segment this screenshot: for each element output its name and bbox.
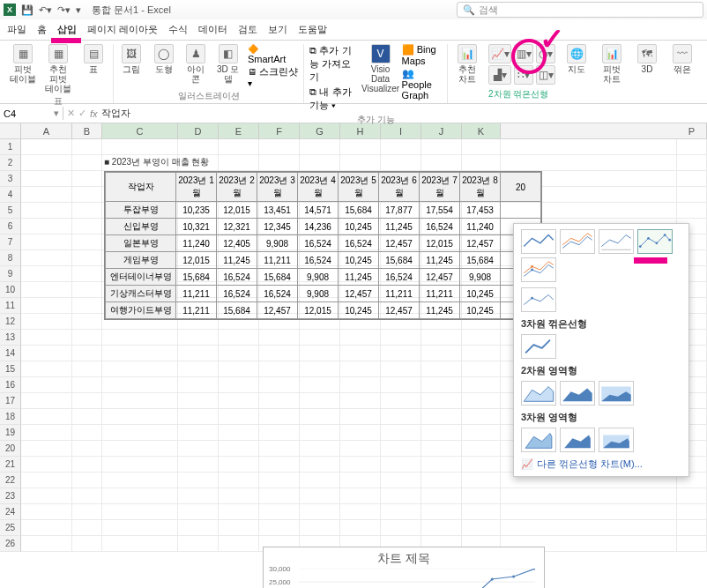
scatter-chart-dropdown[interactable]: ∷▾	[514, 65, 533, 85]
undo-icon[interactable]: ↶▾	[39, 4, 52, 16]
col-a[interactable]: A	[21, 123, 72, 138]
area-3d-basic[interactable]	[521, 428, 556, 452]
area-2d-stacked[interactable]	[560, 381, 595, 406]
title-bar: X 💾 ↶▾ ↷▾ ▾ 통합 문서1 - Excel 🔍 검색	[0, 0, 707, 19]
icons-button[interactable]: ♟아이콘	[183, 44, 208, 84]
row-header[interactable]: 10	[0, 282, 21, 298]
line-chart-markers-stacked[interactable]	[521, 257, 556, 282]
col-f[interactable]: F	[259, 123, 300, 138]
tab-view[interactable]: 보기	[268, 23, 287, 36]
cancel-icon[interactable]: ✕	[67, 108, 75, 119]
recommended-charts-button[interactable]: 📊추천 차트	[453, 44, 481, 84]
line-chart-markers-100[interactable]	[521, 287, 556, 312]
table-title: ■ 2023년 부영이 매출 현황	[104, 156, 209, 168]
row-header[interactable]: 6	[0, 219, 21, 234]
row-header[interactable]: 18	[0, 409, 21, 425]
row-header[interactable]: 13	[0, 330, 21, 346]
row-header[interactable]: 8	[0, 250, 21, 266]
shapes-button[interactable]: ◯도형	[151, 44, 175, 74]
row-header[interactable]: 16	[0, 377, 21, 393]
area-chart-dropdown[interactable]: ▟▾	[488, 65, 511, 85]
select-all-corner[interactable]	[0, 123, 21, 138]
row-header[interactable]: 23	[0, 488, 21, 504]
row-header[interactable]: 12	[0, 314, 21, 330]
row-header[interactable]: 19	[0, 425, 21, 441]
row-header[interactable]: 20	[0, 441, 21, 457]
sparklines-button[interactable]: 〰꺾은	[668, 44, 696, 74]
bing-maps-button[interactable]: 🟧 Bing Maps	[402, 44, 442, 66]
3d-models-button[interactable]: ◧3D 모델	[215, 44, 240, 84]
row-header[interactable]: 5	[0, 203, 21, 219]
fx-icon[interactable]: fx	[90, 108, 98, 119]
row-header[interactable]: 2	[0, 155, 21, 171]
line-chart-markers[interactable]	[637, 229, 673, 254]
combo-chart-dropdown[interactable]: ◫▾	[536, 65, 555, 85]
row-header[interactable]: 14	[0, 346, 21, 361]
tab-review[interactable]: 검토	[238, 23, 257, 36]
row-header[interactable]: 7	[0, 234, 21, 250]
get-addins-button[interactable]: ⧉ 추가 기능 가져오기	[309, 44, 359, 84]
line-chart-dropdown[interactable]: 📈▾	[488, 44, 511, 63]
tab-file[interactable]: 파일	[7, 23, 26, 36]
line-3d[interactable]	[521, 334, 556, 359]
row-header[interactable]: 24	[0, 504, 21, 520]
redo-icon[interactable]: ↷▾	[57, 4, 71, 16]
tab-help[interactable]: 도움말	[298, 23, 327, 36]
col-b[interactable]: B	[72, 123, 102, 138]
row-header[interactable]: 17	[0, 393, 21, 409]
col-k[interactable]: K	[462, 123, 501, 138]
recommended-pivot-button[interactable]: ▦추천 피벗 테이블	[44, 44, 72, 93]
row-header[interactable]: 4	[0, 187, 21, 203]
col-d[interactable]: D	[178, 123, 219, 138]
tab-formula[interactable]: 수식	[168, 23, 188, 36]
bar-chart-dropdown[interactable]: ▥▾	[514, 44, 533, 63]
line-chart-100stacked[interactable]	[599, 229, 634, 254]
col-j[interactable]: J	[421, 123, 462, 138]
pictures-button[interactable]: 🖼그림	[119, 44, 144, 74]
col-p[interactable]: P	[677, 123, 707, 138]
row-header[interactable]: 15	[0, 361, 21, 377]
area-3d-100[interactable]	[599, 428, 634, 452]
row-header[interactable]: 21	[0, 457, 21, 473]
line-chart-stacked[interactable]	[560, 229, 595, 254]
row-header[interactable]: 26	[0, 536, 21, 552]
save-icon[interactable]: 💾	[21, 4, 33, 16]
col-g[interactable]: G	[300, 123, 340, 138]
misc-chart-dropdown[interactable]: ◔▾	[536, 44, 555, 63]
formula-text[interactable]: 작업자	[101, 107, 130, 120]
people-graph-button[interactable]: 👥 People Graph	[402, 68, 442, 100]
section-2d-area: 2차원 영역형	[521, 364, 681, 377]
my-addins-button[interactable]: ⧉ 내 추가 기능 ▾	[309, 86, 359, 112]
col-e[interactable]: E	[219, 123, 259, 138]
visio-button[interactable]: VVisio Data Visualizer	[367, 44, 395, 93]
table-button[interactable]: ▤표	[79, 44, 108, 74]
row-header[interactable]: 3	[0, 171, 21, 187]
search-box[interactable]: 🔍 검색	[457, 2, 703, 18]
smartart-button[interactable]: 🔶 SmartArt	[248, 44, 298, 64]
qat-divider: ▾	[76, 4, 81, 16]
tab-home[interactable]: 홈	[37, 23, 47, 36]
row-header[interactable]: 22	[0, 473, 21, 488]
col-c[interactable]: C	[102, 123, 178, 138]
area-2d-basic[interactable]	[521, 381, 556, 406]
name-box[interactable]: C4 ▾	[0, 107, 63, 120]
row-header[interactable]: 9	[0, 266, 21, 282]
row-header[interactable]: 25	[0, 520, 21, 536]
more-line-charts[interactable]: 📈 다른 꺾은선형 차트(M)...	[521, 458, 681, 471]
pivot-table-button[interactable]: ▦피벗 테이블	[9, 44, 37, 84]
embedded-chart[interactable]: 차트 제목 5,00010,00015,00020,00025,00030,00…	[263, 547, 545, 588]
3d-map-button[interactable]: 🗺3D	[633, 44, 661, 74]
tab-layout[interactable]: 페이지 레이아웃	[87, 23, 158, 36]
maps-button[interactable]: 🌐지도	[562, 44, 591, 74]
row-header[interactable]: 1	[0, 139, 21, 155]
area-2d-100[interactable]	[599, 381, 634, 406]
tab-insert[interactable]: 삽입	[57, 23, 77, 36]
tab-data[interactable]: 데이터	[198, 23, 227, 36]
area-3d-stacked[interactable]	[560, 428, 595, 452]
name-box-dropdown-icon[interactable]: ▾	[54, 108, 59, 119]
screenshot-button[interactable]: 🖥 스크린샷 ▾	[248, 65, 298, 88]
row-header[interactable]: 11	[0, 298, 21, 314]
enter-icon[interactable]: ✓	[78, 108, 86, 119]
pivot-chart-button[interactable]: 📊피벗 차트	[598, 44, 626, 84]
line-chart-basic[interactable]	[521, 229, 556, 254]
